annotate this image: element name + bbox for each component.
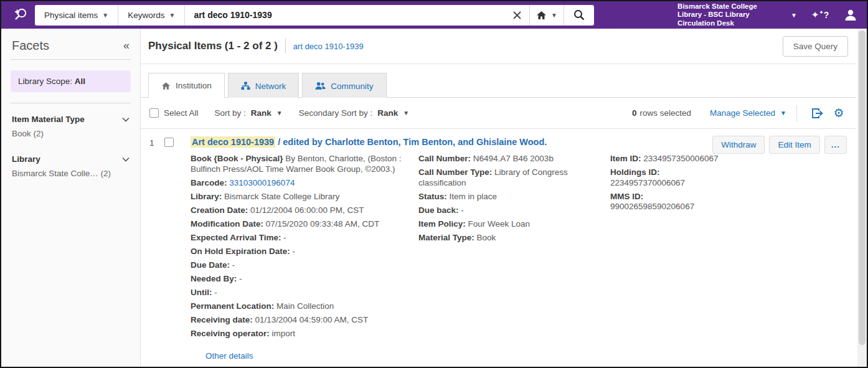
chevron-down-icon [122,157,130,162]
search-scope-dropdown[interactable]: Physical items ▼ [35,5,118,26]
facet-header-material-type[interactable]: Item Material Type [11,113,131,125]
field-description: Book {Book - Physical} By Benton, Charlo… [191,154,412,174]
field-modification-date: Modification Date: 07/15/2020 09:33:48 A… [191,219,412,230]
divider [796,105,797,121]
tab-label: Community [331,82,373,91]
results-toolbar: Select All Sort by : Rank ▼ Secondary So… [141,98,856,129]
community-users-icon [315,82,326,90]
field-on-hold-expiration: On Hold Expiration Date: - [191,247,412,257]
field-expected-arrival: Expected Arrival Time: - [191,233,412,243]
facet-section-material-type: Item Material Type Book (2) [11,113,131,139]
field-barcode: Barcode: 33103000196074 [191,178,412,189]
user-account-icon[interactable] [843,7,858,22]
top-header: Physical items ▼ Keywords ▼ ▼ [1,1,867,29]
home-icon [536,11,547,20]
page-title: Physical Items (1 - 2 of 2 ) [148,40,278,52]
field-item-policy: Item Policy: Four Week Loan [418,219,604,230]
search-submit-icon[interactable] [564,5,594,26]
field-mms-id: MMS ID: 990026598590206067 [610,192,755,212]
chevron-down-icon: ▼ [780,110,786,116]
manage-selected-dropdown[interactable]: Manage Selected ▼ [710,108,786,118]
tab-network[interactable]: Network [228,73,300,98]
field-material-type: Material Type: Book [418,233,604,243]
facet-value-book[interactable]: Book (2) [11,125,131,139]
withdraw-button[interactable]: Withdraw [712,136,765,154]
results-area: Physical Items (1 - 2 of 2 ) art deco 19… [141,29,867,367]
details-column-1: Book {Book - Physical} By Benton, Charlo… [191,154,412,368]
scope-tabs: Institution Network Community [141,64,856,98]
institution-home-icon [161,82,171,90]
field-library: Library: Bismarck State College Library [191,192,412,202]
results-header: Physical Items (1 - 2 of 2 ) art deco 19… [141,29,856,64]
search-scope-label: Physical items [44,11,98,20]
gear-icon[interactable]: ⚙ [828,106,849,120]
save-query-button[interactable]: Save Query [783,36,848,57]
field-call-number-type: Call Number Type: Library of Congress cl… [418,167,604,188]
tab-institution[interactable]: Institution [148,73,225,98]
details-column-3: Item ID: 2334957350006067 Holdings ID: 2… [610,154,755,368]
chevron-down-icon: ▼ [102,12,108,19]
field-receiving-operator: Receiving operator: import [191,329,412,339]
chevron-down-icon: ▼ [403,110,409,116]
other-details-link[interactable]: Other details [205,351,253,361]
result-row: Withdraw Edit Item ... 1 Art deco 1910-1… [141,129,856,368]
field-until: Until: - [191,288,412,298]
row-checkbox[interactable] [164,138,174,147]
query-link[interactable]: art deco 1910-1939 [293,42,364,51]
details-column-2: Call Number: N6494.A7 B46 2003b Call Num… [418,154,604,368]
barcode-link[interactable]: 33103000196074 [229,178,295,187]
secondary-sort-dropdown[interactable]: Secondary Sort by : Rank ▼ [299,108,409,118]
field-item-id: Item ID: 2334957350006067 [610,154,755,164]
row-index: 1 [149,137,158,148]
search-index-label: Keywords [128,11,164,20]
chevron-down-icon [122,117,130,122]
network-icon [241,82,250,90]
field-status: Status: Item in place [418,192,604,202]
more-actions-button[interactable]: ... [824,136,847,154]
rows-selected-status: 0 rows selected [632,108,691,118]
alma-logo-icon[interactable] [6,6,35,24]
facets-panel: Facets « Library Scope: All Item Materia… [1,29,141,367]
record-title-link[interactable]: Art deco 1910-1939 / edited by Charlotte… [191,137,547,147]
facet-section-title: Library [12,154,40,164]
field-due-date: Due Date: - [191,260,412,271]
sort-by-dropdown[interactable]: Sort by : Rank ▼ [215,108,283,118]
chevron-down-icon: ▼ [169,12,175,19]
vertical-scrollbar[interactable] [857,29,867,367]
search-input[interactable] [185,10,505,20]
search-index-dropdown[interactable]: Keywords ▼ [118,5,184,26]
field-receiving-date: Receiving date: 01/13/2004 04:59:00 AM, … [191,315,412,326]
facet-value-library[interactable]: Bismarck State Colle… (2) [11,165,131,179]
divider [11,103,131,103]
edit-item-button[interactable]: Edit Item [769,136,819,154]
scope-value: All [75,77,85,86]
field-needed-by: Needed By: - [191,274,412,285]
highlighted-query-match: Art deco 1910-1939 [191,136,275,148]
location-chevron-down-icon[interactable]: ▼ [791,12,797,19]
facets-title: Facets [12,39,49,53]
record-details: Book {Book - Physical} By Benton, Charlo… [191,154,853,368]
field-call-number: Call Number: N6494.A7 B46 2003b [418,154,604,164]
scrollbar-thumb[interactable] [859,31,866,345]
facet-header-library[interactable]: Library [11,153,131,165]
current-location[interactable]: Bismarck State College Library - BSC Lib… [677,2,782,28]
facet-section-library: Library Bismarck State Colle… (2) [11,153,131,179]
tab-label: Institution [176,81,212,90]
scope-label: Library Scope: [18,77,72,86]
chevron-down-icon: ▼ [551,12,557,19]
record-title-rest: / edited by Charlotte Benton, Tim Benton… [275,137,547,147]
collapse-facets-icon[interactable]: « [123,39,130,52]
alma-window: Physical items ▼ Keywords ▼ ▼ [0,0,868,368]
divider [11,59,131,60]
home-search-dropdown[interactable]: ▼ [530,5,564,26]
library-scope-badge[interactable]: Library Scope: All [11,70,131,92]
export-icon[interactable] [807,108,828,119]
help-assistant-icon[interactable]: ✦✦? [811,9,829,21]
select-all-label: Select All [164,108,199,118]
clear-search-icon[interactable] [505,5,529,26]
chevron-down-icon: ▼ [276,110,283,116]
select-all-checkbox[interactable] [149,108,159,118]
facet-section-title: Item Material Type [12,115,85,124]
tab-community[interactable]: Community [302,73,386,98]
tab-label: Network [255,82,286,91]
